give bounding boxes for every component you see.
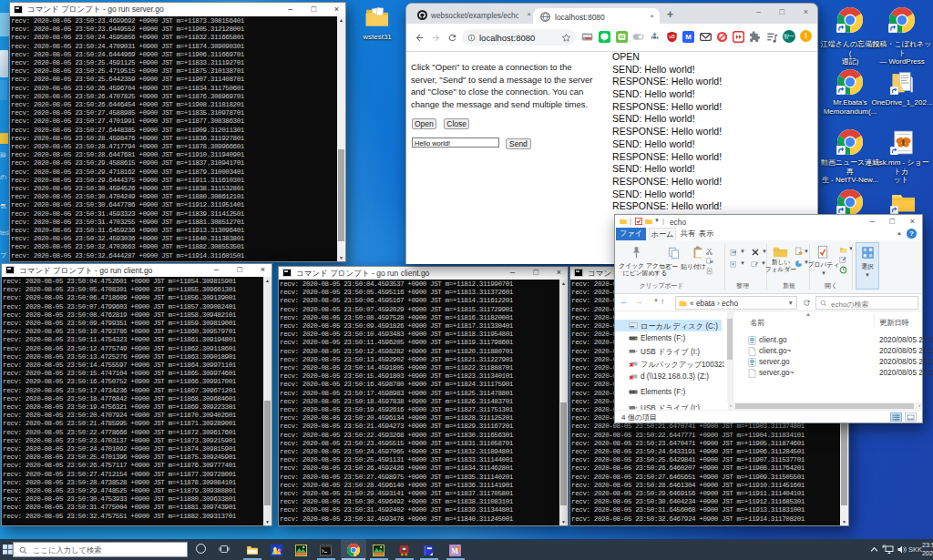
svg-text:M: M [685, 33, 692, 41]
svg-text:uB: uB [669, 34, 675, 39]
svg-text:M: M [451, 546, 458, 555]
svg-text:W: W [710, 260, 713, 264]
